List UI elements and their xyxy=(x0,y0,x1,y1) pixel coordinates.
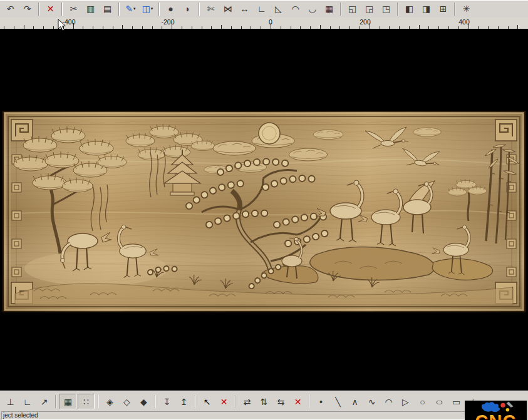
create-curve-button[interactable]: ∿ xyxy=(364,394,380,409)
redo-button[interactable]: ↷ xyxy=(19,2,35,16)
status-bar: ject selected 246.91 xyxy=(0,411,528,420)
create-line-button[interactable]: ╲ xyxy=(330,394,346,409)
khomaucnc-logo: CNC Khomaucnc.vn xyxy=(465,401,527,420)
model-3d-button[interactable]: ◫▾ xyxy=(140,2,155,16)
shaded-view-icon: ● xyxy=(168,4,173,13)
delete-selection-button[interactable]: ✕ xyxy=(216,394,232,409)
diamond-outline-button[interactable]: ◇ xyxy=(119,394,135,409)
window-split-icon: ◧ xyxy=(405,4,413,13)
horizontal-ruler: -400-2000200400 xyxy=(0,18,528,29)
node-editing-icon: ∷ xyxy=(83,397,89,406)
corner-join-button[interactable]: ∟ xyxy=(254,2,269,16)
redo-icon: ↷ xyxy=(24,4,31,13)
window-split-button[interactable]: ◧ xyxy=(401,2,417,16)
moon xyxy=(259,123,280,144)
clear-vectors-icon: ✕ xyxy=(294,397,302,406)
create-line-icon: ╲ xyxy=(335,397,340,406)
diamond-fill-button[interactable]: ◆ xyxy=(136,394,152,409)
status-selection: ject selected xyxy=(1,411,474,420)
logo-title: CNC xyxy=(475,412,517,420)
delete-icon: ✕ xyxy=(47,4,54,13)
array-copy-icon: ▦ xyxy=(325,4,333,13)
create-polyline-button[interactable]: ∧ xyxy=(347,394,363,409)
array-copy-button[interactable]: ▦ xyxy=(321,2,337,16)
ruler-label: -200 xyxy=(161,18,174,26)
create-rectangle-icon: ▭ xyxy=(452,397,460,406)
pan-view-icon: ◗ xyxy=(185,4,190,13)
vector-to-surface-icon: ⊥ xyxy=(6,397,14,406)
snowflake-tool-button[interactable]: ✳ xyxy=(458,2,474,16)
trim-button[interactable]: ✄ xyxy=(203,2,219,16)
align-bottom-button[interactable]: ↧ xyxy=(159,394,175,409)
tangent-tool-button[interactable]: ∟ xyxy=(19,394,35,409)
mouse-cursor xyxy=(58,19,67,32)
snap-grid-button[interactable]: ▦ xyxy=(60,394,76,409)
node-delete-icon: ◳ xyxy=(382,4,390,13)
smooth-nodes-button[interactable]: ↗ xyxy=(36,394,52,409)
copy-button[interactable]: ▥ xyxy=(83,2,98,16)
toolbar-separator xyxy=(397,3,398,16)
toolbar-separator xyxy=(61,3,63,16)
chamfer-button[interactable]: ◺ xyxy=(271,2,286,16)
weld-button[interactable]: ⋈ xyxy=(220,2,236,16)
smooth-nodes-icon: ↗ xyxy=(41,397,48,406)
paste-button[interactable]: ▤ xyxy=(100,2,115,16)
swap-layers-icon: ⇆ xyxy=(277,397,285,406)
create-circle-icon: ○ xyxy=(420,397,425,406)
clear-vectors-button[interactable]: ✕ xyxy=(290,394,306,409)
diamond-select-button[interactable]: ◈ xyxy=(102,394,118,409)
measure-button[interactable]: ↔ xyxy=(237,2,252,16)
create-polygon-button[interactable]: ▷ xyxy=(398,394,413,409)
pan-view-button[interactable]: ◗ xyxy=(180,2,195,16)
mirror-horizontal-button[interactable]: ⇄ xyxy=(239,394,255,409)
node-insert-button[interactable]: ◲ xyxy=(361,2,377,16)
select-cursor-button[interactable]: ↖ xyxy=(199,394,215,409)
arc-fit-button[interactable]: ◡ xyxy=(304,2,320,16)
fillet-button[interactable]: ◠ xyxy=(287,2,303,16)
model-3d-dropdown-arrow[interactable]: ▾ xyxy=(151,6,153,11)
toolbar-separator xyxy=(38,3,39,16)
trim-icon: ✄ xyxy=(207,4,215,13)
draw-brush-dropdown-arrow[interactable]: ▾ xyxy=(133,6,136,11)
top-toolbar: ↶↷✕✂▥▤✎▾◫▾●◗✄⋈↔∟◺◠◡▦◱◲◳◧◨⊞✳ xyxy=(0,0,528,18)
create-circle-button[interactable]: ○ xyxy=(415,394,430,409)
cut-button[interactable]: ✂ xyxy=(66,2,81,16)
align-top-icon: ↥ xyxy=(180,397,188,406)
swap-layers-button[interactable]: ⇆ xyxy=(273,394,289,409)
create-curve-icon: ∿ xyxy=(368,397,376,406)
window-new-icon: ⊞ xyxy=(440,4,447,13)
tangent-tool-icon: ∟ xyxy=(23,397,32,406)
mirror-vertical-button[interactable]: ⇅ xyxy=(256,394,272,409)
diamond-fill-icon: ◆ xyxy=(140,397,147,406)
diamond-select-icon: ◈ xyxy=(106,397,113,406)
create-point-button[interactable]: • xyxy=(313,394,329,409)
create-rectangle-button[interactable]: ▭ xyxy=(448,394,464,409)
vector-to-surface-button[interactable]: ⊥ xyxy=(3,394,18,409)
toolbar-separator xyxy=(98,395,99,408)
delete-button[interactable]: ✕ xyxy=(43,2,58,16)
delete-selection-icon: ✕ xyxy=(220,397,228,406)
wood-relief-artwork xyxy=(3,111,525,312)
chamfer-icon: ◺ xyxy=(275,4,282,13)
viewport-3d[interactable]: CNC Khomaucnc.vn xyxy=(0,29,528,391)
window-new-button[interactable]: ⊞ xyxy=(435,2,451,16)
create-point-icon: • xyxy=(319,397,323,406)
align-top-button[interactable]: ↥ xyxy=(176,394,192,409)
window-tile-button[interactable]: ◨ xyxy=(418,2,434,16)
create-arc-button[interactable]: ◠ xyxy=(381,394,396,409)
node-editing-button[interactable]: ∷ xyxy=(78,394,95,409)
model-3d-icon: ◫ xyxy=(142,4,150,13)
toolbar-separator xyxy=(158,3,160,16)
cnc-relief-editor-window: ↶↷✕✂▥▤✎▾◫▾●◗✄⋈↔∟◺◠◡▦◱◲◳◧◨⊞✳ -400-2000200… xyxy=(0,0,528,420)
undo-icon: ↶ xyxy=(7,4,14,13)
create-ellipse-button[interactable]: ○ xyxy=(432,394,447,409)
toolbar-separator xyxy=(195,395,196,408)
shaded-view-button[interactable]: ● xyxy=(163,2,179,16)
draw-brush-icon: ✎ xyxy=(125,4,133,13)
create-polyline-icon: ∧ xyxy=(351,397,358,406)
draw-brush-button[interactable]: ✎▾ xyxy=(123,2,138,16)
undo-button[interactable]: ↶ xyxy=(3,2,18,16)
cut-icon: ✂ xyxy=(70,4,78,13)
node-delete-button[interactable]: ◳ xyxy=(378,2,394,16)
node-select-button[interactable]: ◱ xyxy=(344,2,360,16)
